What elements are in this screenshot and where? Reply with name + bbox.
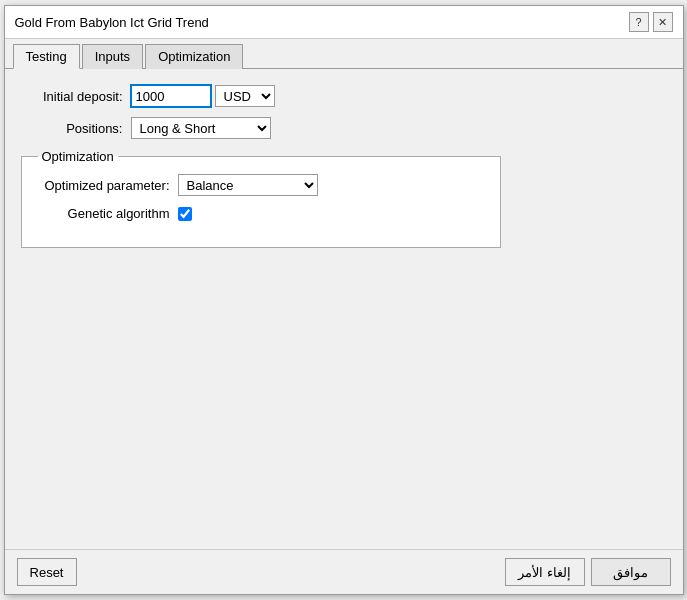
title-bar: Gold From Babylon Ict Grid Trend ? ✕ bbox=[5, 6, 683, 39]
dialog-title: Gold From Babylon Ict Grid Trend bbox=[15, 15, 209, 30]
tab-content: Initial deposit: USD EUR GBP Positions: … bbox=[5, 69, 683, 549]
optimization-group-label: Optimization bbox=[38, 149, 118, 164]
optimization-group: Optimization Optimized parameter: Balanc… bbox=[21, 149, 501, 248]
positions-row: Positions: Long & Short Long only Short … bbox=[21, 117, 667, 139]
reset-button[interactable]: Reset bbox=[17, 558, 77, 586]
currency-select[interactable]: USD EUR GBP bbox=[215, 85, 275, 107]
genetic-algorithm-label: Genetic algorithm bbox=[38, 206, 178, 221]
initial-deposit-label: Initial deposit: bbox=[21, 89, 131, 104]
tab-bar: Testing Inputs Optimization bbox=[5, 39, 683, 69]
optimized-param-row: Optimized parameter: Balance Profit Fact… bbox=[38, 174, 484, 196]
close-button[interactable]: ✕ bbox=[653, 12, 673, 32]
help-button[interactable]: ? bbox=[629, 12, 649, 32]
title-controls: ? ✕ bbox=[629, 12, 673, 32]
footer: Reset إلغاء الأمر موافق bbox=[5, 549, 683, 594]
optimized-param-select[interactable]: Balance Profit Factor Drawdown bbox=[178, 174, 318, 196]
tab-inputs[interactable]: Inputs bbox=[82, 44, 143, 69]
footer-left: Reset bbox=[17, 558, 499, 586]
initial-deposit-row: Initial deposit: USD EUR GBP bbox=[21, 85, 667, 107]
genetic-algorithm-checkbox[interactable] bbox=[178, 207, 192, 221]
tab-optimization[interactable]: Optimization bbox=[145, 44, 243, 69]
cancel-button[interactable]: إلغاء الأمر bbox=[505, 558, 585, 586]
initial-deposit-input[interactable] bbox=[131, 85, 211, 107]
genetic-algorithm-row: Genetic algorithm bbox=[38, 206, 484, 221]
tab-testing[interactable]: Testing bbox=[13, 44, 80, 69]
positions-select[interactable]: Long & Short Long only Short only bbox=[131, 117, 271, 139]
positions-label: Positions: bbox=[21, 121, 131, 136]
optimized-param-label: Optimized parameter: bbox=[38, 178, 178, 193]
initial-deposit-control: USD EUR GBP bbox=[131, 85, 275, 107]
positions-control: Long & Short Long only Short only bbox=[131, 117, 271, 139]
ok-button[interactable]: موافق bbox=[591, 558, 671, 586]
dialog-window: Gold From Babylon Ict Grid Trend ? ✕ Tes… bbox=[4, 5, 684, 595]
genetic-algorithm-checkbox-wrapper bbox=[178, 207, 192, 221]
